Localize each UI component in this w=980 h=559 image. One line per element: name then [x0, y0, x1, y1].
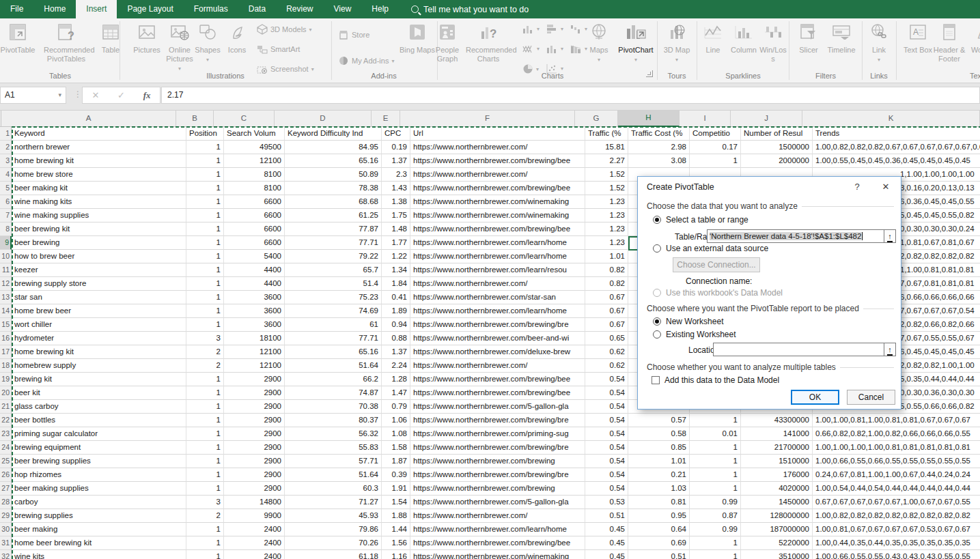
- row-header-16[interactable]: 16: [0, 332, 12, 345]
- cell-F28[interactable]: https://www.northernbrewer.com/5-gallon-…: [410, 496, 585, 509]
- cell-F25[interactable]: https://www.northernbrewer.com/brewing: [410, 455, 585, 468]
- cell-A11[interactable]: keezer: [12, 263, 186, 277]
- cell-K26[interactable]: 0.24,0.67,0.81,1.00,1.00,0.67,0.44,0.24,…: [813, 468, 980, 482]
- cell-D17[interactable]: 65.16: [285, 345, 382, 359]
- cell-J26[interactable]: 176000: [741, 468, 813, 482]
- row-header-26[interactable]: 26: [0, 468, 12, 482]
- cell-B10[interactable]: 1: [186, 250, 224, 263]
- cell-F22[interactable]: https://www.northernbrewer.com/brewing/b…: [410, 414, 585, 427]
- cell-A6[interactable]: wine making kits: [12, 195, 186, 209]
- cell-E3[interactable]: 1.37: [382, 154, 410, 168]
- insert-column-chart-button[interactable]: ▾: [522, 24, 540, 34]
- row-header-11[interactable]: 11: [0, 263, 12, 277]
- icons-button[interactable]: Icons: [220, 20, 254, 55]
- cell-I30[interactable]: 0.99: [690, 523, 741, 536]
- cell-B5[interactable]: 1: [186, 182, 224, 195]
- cell-B24[interactable]: 1: [186, 441, 224, 455]
- cell-C28[interactable]: 14800: [224, 496, 285, 509]
- cell-D7[interactable]: 61.25: [285, 209, 382, 223]
- cell-E11[interactable]: 1.34: [382, 263, 410, 277]
- cell-H26[interactable]: 0.21: [628, 468, 690, 482]
- cell-G30[interactable]: 0.45: [585, 523, 628, 536]
- cell-F30[interactable]: https://www.northernbrewer.com/learn/hom…: [410, 523, 585, 536]
- cell-B25[interactable]: 1: [186, 455, 224, 468]
- cell-C25[interactable]: 2900: [224, 455, 285, 468]
- cell-D6[interactable]: 68.68: [285, 195, 382, 209]
- cell-G2[interactable]: 15.81: [585, 141, 628, 154]
- cancel-entry-icon[interactable]: ✕: [92, 90, 99, 100]
- cell-F16[interactable]: https://www.northernbrewer.com/beer-and-…: [410, 332, 585, 345]
- cell-C2[interactable]: 49500: [224, 141, 285, 154]
- cell-D8[interactable]: 77.87: [285, 223, 382, 236]
- column-header-B[interactable]: B: [176, 111, 214, 127]
- cell-C7[interactable]: 6600: [224, 209, 285, 223]
- store-button[interactable]: Store: [338, 29, 369, 40]
- cell-G3[interactable]: 2.27: [585, 154, 628, 168]
- cell-F10[interactable]: https://www.northernbrewer.com/learn/hom…: [410, 250, 585, 263]
- link-button[interactable]: Link ▾: [863, 20, 895, 64]
- cell-C3[interactable]: 12100: [224, 154, 285, 168]
- cell-B20[interactable]: 1: [186, 386, 224, 400]
- row-header-17[interactable]: 17: [0, 345, 12, 359]
- cell-C31[interactable]: 2400: [224, 536, 285, 550]
- cell-D22[interactable]: 80.37: [285, 414, 382, 427]
- cell-B31[interactable]: 1: [186, 536, 224, 550]
- cell-G5[interactable]: 1.52: [585, 182, 628, 195]
- cell-B32[interactable]: 1: [186, 550, 224, 559]
- cell-K24[interactable]: 1.00,1.00,1.00,1.00,0.81,0.81,0.81,0.81,…: [813, 441, 980, 455]
- cell-H1[interactable]: Traffic Cost (%: [628, 127, 690, 141]
- row-header-8[interactable]: 8: [0, 223, 12, 236]
- insert-function-icon[interactable]: fx: [143, 90, 151, 101]
- cell-F23[interactable]: https://www.northernbrewer.com/priming-s…: [410, 427, 585, 441]
- cell-C32[interactable]: 2400: [224, 550, 285, 559]
- cell-D11[interactable]: 65.7: [285, 263, 382, 277]
- cell-A22[interactable]: beer bottles: [12, 414, 186, 427]
- row-header-28[interactable]: 28: [0, 496, 12, 509]
- cell-J2[interactable]: 1500000: [741, 141, 813, 154]
- cell-B9[interactable]: 1: [186, 236, 224, 250]
- cell-B2[interactable]: 1: [186, 141, 224, 154]
- formula-bar-grip[interactable]: ⋮: [74, 89, 82, 99]
- cell-K23[interactable]: 0.66,0.82,0.82,1.00,0.82,0.66,0.66,0.66,…: [813, 427, 980, 441]
- radio-new-worksheet[interactable]: New Worksheet: [653, 317, 723, 326]
- cell-F18[interactable]: https://www.northernbrewer.com/: [410, 359, 585, 373]
- cell-A13[interactable]: star san: [12, 291, 186, 304]
- row-header-19[interactable]: 19: [0, 373, 12, 386]
- cell-G10[interactable]: 1.01: [585, 250, 628, 263]
- cell-G17[interactable]: 0.62: [585, 345, 628, 359]
- recommended-charts-button[interactable]: ? Recommended Charts: [466, 20, 511, 63]
- cell-B21[interactable]: 1: [186, 400, 224, 414]
- cell-G27[interactable]: 0.54: [585, 482, 628, 496]
- row-header-32[interactable]: 32: [0, 550, 12, 559]
- cell-B28[interactable]: 3: [186, 496, 224, 509]
- cell-F9[interactable]: https://www.northernbrewer.com/learn/hom…: [410, 236, 585, 250]
- cell-B14[interactable]: 1: [186, 304, 224, 318]
- cell-C24[interactable]: 2900: [224, 441, 285, 455]
- cell-E21[interactable]: 0.79: [382, 400, 410, 414]
- cell-B16[interactable]: 3: [186, 332, 224, 345]
- row-header-29[interactable]: 29: [0, 509, 12, 523]
- cell-C21[interactable]: 2900: [224, 400, 285, 414]
- cell-E10[interactable]: 1.22: [382, 250, 410, 263]
- cell-C27[interactable]: 2900: [224, 482, 285, 496]
- pivotchart-button[interactable]: PivotChart ▾: [613, 20, 658, 64]
- recommended-pivottables-button[interactable]: ? Recommended PivotTables: [44, 20, 89, 63]
- insert-combo-chart-button[interactable]: ▾: [546, 44, 563, 54]
- cell-J22[interactable]: 43300000: [741, 414, 813, 427]
- cell-I22[interactable]: 1: [690, 414, 741, 427]
- 3d-map-button[interactable]: 3D Map ▾: [654, 20, 699, 64]
- cell-B18[interactable]: 2: [186, 359, 224, 373]
- cell-D30[interactable]: 79.86: [285, 523, 382, 536]
- cell-G6[interactable]: 1.23: [585, 195, 628, 209]
- cell-C26[interactable]: 2900: [224, 468, 285, 482]
- cell-A21[interactable]: glass carboy: [12, 400, 186, 414]
- column-header-G[interactable]: G: [575, 111, 618, 127]
- cell-C12[interactable]: 4400: [224, 277, 285, 291]
- radio-select-table-range[interactable]: Select a table or range: [653, 215, 748, 225]
- row-header-6[interactable]: 6: [0, 195, 12, 209]
- cell-E18[interactable]: 2.24: [382, 359, 410, 373]
- row-header-5[interactable]: 5: [0, 182, 12, 195]
- cell-K31[interactable]: 1.00,0.44,0.35,0.44,0.35,0.35,0.35,0.35,…: [813, 536, 980, 550]
- cell-A30[interactable]: beer making: [12, 523, 186, 536]
- cell-I23[interactable]: 0.01: [690, 427, 741, 441]
